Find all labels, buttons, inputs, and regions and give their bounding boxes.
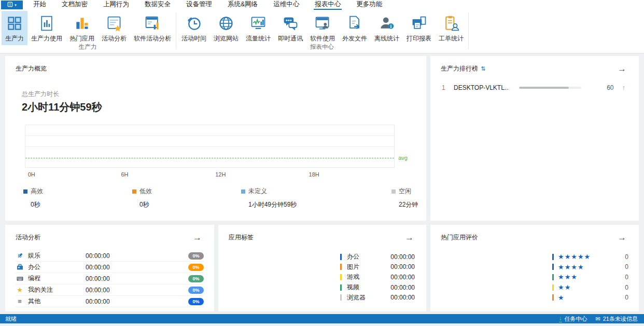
task-center-button[interactable]: ↓ 任务中心 xyxy=(559,315,587,323)
activity-row-office[interactable]: 办公 00:00:00 0% xyxy=(16,262,204,273)
activity-row-other[interactable]: ≡ 其他 00:00:00 0% xyxy=(16,296,204,307)
x-tick: 12H xyxy=(215,171,226,178)
ribbon-item-software-usage[interactable]: 软件使用 xyxy=(306,11,339,45)
legend-swatch xyxy=(340,254,342,260)
menu-tab-more[interactable]: 更多功能 xyxy=(355,0,383,10)
ribbon-item-productivity-usage[interactable]: 生产力使用 xyxy=(27,11,66,45)
sort-icon[interactable]: ⇅ xyxy=(481,65,485,72)
stars: ★★★★ xyxy=(558,264,584,270)
window-bottom-edge xyxy=(0,323,644,326)
stars: ★★★★★ xyxy=(558,253,591,260)
ribbon-item-label: 生产力使用 xyxy=(31,34,62,43)
x-axis-ticks: 0H 6H 12H 18H xyxy=(25,171,395,179)
task-center-label: 任务中心 xyxy=(565,315,587,323)
star-icon: ★ xyxy=(16,286,24,294)
ribbon-item-productivity[interactable]: 生产力 xyxy=(2,11,27,45)
ribbon-item-label: 流量统计 xyxy=(246,34,271,43)
activity-row-my-focus[interactable]: ★ 我的关注 00:00:00 0% xyxy=(16,284,204,296)
ranking-row[interactable]: 1 DESKTOP-VLKTL... 60 ↑ xyxy=(442,84,625,91)
legend-swatch xyxy=(552,254,554,260)
menu-tab-device-mgmt[interactable]: 设备管理 xyxy=(185,0,213,10)
arrow-right-icon[interactable]: → xyxy=(618,233,626,242)
doc-chart-icon xyxy=(38,15,55,32)
legend-swatch xyxy=(241,189,245,194)
ribbon-item-activity-analysis[interactable]: 活动分析 xyxy=(98,11,130,45)
app-tag-row-office[interactable]: 办公 00:00:00 xyxy=(340,252,415,262)
legend-item-efficient: 高效 0秒 xyxy=(23,187,43,209)
menu-lines-icon: ≡ xyxy=(16,297,24,305)
ribbon-item-label: 浏览网站 xyxy=(214,34,239,43)
computer-name: DESKTOP-VLKTL... xyxy=(454,84,509,91)
x-tick: 6H xyxy=(121,171,128,178)
menu-tab-web-behavior[interactable]: 上网行为 xyxy=(102,0,130,10)
ribbon-item-label: 离线统计 xyxy=(374,34,399,43)
ribbon-item-software-activity-analysis[interactable]: 软件活动分析 xyxy=(130,11,175,45)
tag-time: 00:00:00 xyxy=(390,253,415,261)
ribbon-item-hot-apps[interactable]: 热门应用 xyxy=(66,11,98,45)
menu-tab-data-security[interactable]: 数据安全 xyxy=(144,0,172,10)
rating-row-4-stars[interactable]: ★★★★ 0 xyxy=(552,262,628,273)
percent-badge: 0% xyxy=(188,298,204,305)
ribbon-item-traffic-stats[interactable]: 流量统计 xyxy=(242,11,274,45)
legend-swatch xyxy=(340,274,342,280)
rating-count: 0 xyxy=(625,263,628,270)
score-progress-bar xyxy=(519,87,581,89)
ribbon-item-label: 生产力 xyxy=(5,34,24,43)
activity-label: 其他 xyxy=(28,297,86,306)
ribbon-item-instant-messaging[interactable]: 即时通讯 xyxy=(274,11,306,45)
tag-time: 00:00:00 xyxy=(390,284,415,291)
menu-tab-doc-encryption[interactable]: 文档加密 xyxy=(61,0,89,10)
traffic-chart-icon xyxy=(250,15,267,32)
download-icon: ↓ xyxy=(559,315,562,322)
productivity-chart-plot: avg xyxy=(25,125,395,168)
ribbon-item-label: 软件使用 xyxy=(310,34,335,43)
menu-tab-report-center[interactable]: 报表中心 xyxy=(314,0,342,10)
menu-tab-ops-center[interactable]: 运维中心 xyxy=(272,0,300,10)
caret-down-icon: ▾ xyxy=(15,3,17,7)
legend-value: 1小时49分钟59秒 xyxy=(248,200,297,209)
ribbon-item-browse-sites[interactable]: 浏览网站 xyxy=(210,11,242,45)
unread-messages-button[interactable]: ✉ 21条未读信息 xyxy=(596,315,638,323)
percent-badge: 0% xyxy=(188,275,204,282)
trend-up-icon: ↑ xyxy=(622,84,626,91)
panel-title: 生产力排行榜 xyxy=(441,65,478,72)
app-tags-panel: 应用标签 → 办公 00:00:00 图片 00:00:00 游戏 00:00:… xyxy=(218,225,426,311)
ribbon-item-print-report[interactable]: 打印报表 xyxy=(403,11,435,45)
ribbon-item-activity-time[interactable]: 活动时间 xyxy=(178,11,210,45)
ribbon-item-work-order-stats[interactable]: 工单统计 xyxy=(435,11,467,45)
legend-item-undefined: 未定义 1小时49分钟59秒 xyxy=(241,187,297,209)
app-tag-row-video[interactable]: 视频 00:00:00 xyxy=(340,282,415,293)
app-logo-button[interactable]: ▾ xyxy=(1,1,23,9)
activity-row-programming[interactable]: 编程 00:00:00 0% xyxy=(16,273,204,284)
rating-row-1-star[interactable]: ★ 0 xyxy=(552,292,628,303)
arrow-right-icon[interactable]: → xyxy=(618,64,626,73)
legend-swatch xyxy=(132,189,136,194)
arrow-right-icon[interactable]: → xyxy=(405,233,414,242)
menu-bar: ▾ 开始 文档加密 上网行为 数据安全 设备管理 系统&网络 运维中心 报表中心… xyxy=(0,0,644,10)
avg-line: avg xyxy=(25,158,394,158)
rating-row-2-stars[interactable]: ★★ 0 xyxy=(552,282,628,293)
user-info-icon xyxy=(379,15,395,32)
app-tags-legend: 办公 00:00:00 图片 00:00:00 游戏 00:00:00 视频 0… xyxy=(340,252,415,303)
rating-row-5-stars[interactable]: ★★★★★ 0 xyxy=(552,252,628,262)
app-tag-row-games[interactable]: 游戏 00:00:00 xyxy=(340,272,415,282)
activity-row-entertainment[interactable]: 娱乐 00:00:00 0% xyxy=(16,250,204,262)
legend-swatch xyxy=(552,274,554,280)
legend-swatch xyxy=(552,294,554,301)
chart-legend: 高效 0秒 低效 0秒 未定义 1小时49分钟59秒 空闲 22分钟 xyxy=(23,187,411,214)
ribbon-group-label: 报表中心 xyxy=(176,43,468,51)
rating-count: 0 xyxy=(625,294,628,301)
ribbon-item-label: 活动分析 xyxy=(102,34,127,43)
menu-tab-start[interactable]: 开始 xyxy=(32,0,47,10)
arrow-right-icon[interactable]: → xyxy=(193,233,202,242)
app-tag-row-pictures[interactable]: 图片 00:00:00 xyxy=(340,262,415,273)
app-tag-row-browser[interactable]: 浏览器 00:00:00 xyxy=(340,292,415,303)
activity-time: 00:00:00 xyxy=(86,287,163,294)
activity-label: 办公 xyxy=(28,263,86,271)
rating-row-3-stars[interactable]: ★★★ 0 xyxy=(552,272,628,282)
ribbon-item-offline-stats[interactable]: 离线统计 xyxy=(371,11,403,45)
window-user-icon xyxy=(314,15,331,32)
legend-swatch xyxy=(391,189,396,194)
menu-tab-system-network[interactable]: 系统&网络 xyxy=(227,0,259,10)
ribbon-item-outgoing-files[interactable]: 外发文件 xyxy=(339,11,371,45)
